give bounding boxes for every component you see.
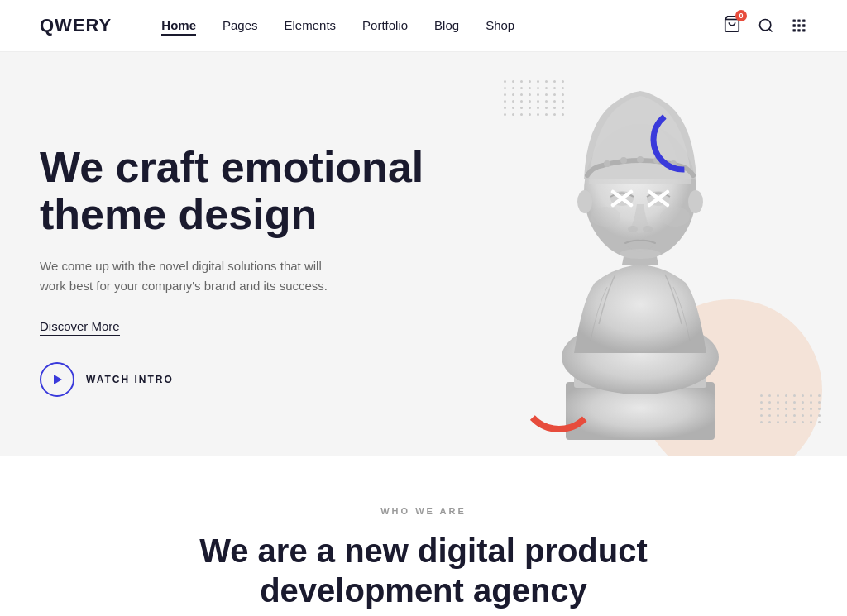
nav-item-pages[interactable]: Pages [223, 18, 258, 33]
hero-subtitle: We come up with the novel digital soluti… [40, 256, 346, 296]
hero-title: We craft emotional theme design [40, 144, 453, 238]
brand-logo[interactable]: QWERY [40, 15, 112, 36]
svg-point-29 [628, 226, 638, 232]
nav-item-portfolio[interactable]: Portfolio [362, 18, 408, 33]
svg-point-20 [637, 156, 644, 163]
svg-rect-10 [797, 29, 800, 31]
svg-point-12 [653, 110, 713, 170]
watch-intro-button[interactable]: WATCH INTRO [40, 362, 174, 397]
cart-button[interactable]: 0 [723, 15, 741, 36]
svg-rect-11 [802, 29, 805, 31]
navbar: QWERY Home Pages Elements Portfolio Blog… [0, 0, 847, 51]
discover-more-link[interactable]: Discover More [40, 319, 120, 336]
svg-point-18 [604, 160, 610, 167]
nav-actions: 0 [723, 15, 807, 36]
nav-item-home[interactable]: Home [161, 18, 196, 33]
red-arc-decoration [516, 350, 603, 440]
nav-item-elements[interactable]: Elements [285, 18, 337, 33]
search-button[interactable] [758, 17, 774, 34]
svg-point-32 [577, 190, 592, 213]
svg-point-1 [760, 20, 771, 31]
grid-menu-button[interactable] [791, 17, 807, 34]
svg-line-2 [769, 29, 773, 32]
svg-rect-5 [802, 20, 805, 22]
svg-rect-9 [793, 29, 796, 31]
svg-point-19 [620, 157, 627, 164]
cart-badge: 0 [735, 10, 747, 21]
play-circle-icon [40, 362, 74, 397]
hero-content: We craft emotional theme design We come … [40, 144, 453, 397]
svg-point-13 [523, 356, 596, 429]
who-section: WHO WE ARE We are a new digital product … [0, 456, 847, 616]
who-title: We are a new digital product development… [175, 531, 672, 610]
svg-rect-7 [797, 24, 800, 26]
nav-item-shop[interactable]: Shop [486, 18, 514, 33]
blue-ring-decoration [648, 105, 719, 179]
svg-point-35 [660, 207, 690, 227]
who-eyebrow: WHO WE ARE [40, 506, 807, 516]
svg-rect-8 [802, 24, 805, 26]
watch-intro-label: WATCH INTRO [86, 374, 174, 385]
svg-point-30 [643, 226, 653, 232]
svg-rect-3 [793, 20, 796, 22]
svg-point-34 [591, 207, 620, 227]
hero-section: We craft emotional theme design We come … [0, 51, 847, 456]
svg-rect-4 [797, 20, 800, 22]
nav-item-blog[interactable]: Blog [434, 18, 459, 33]
svg-point-33 [688, 190, 703, 213]
svg-point-31 [620, 249, 661, 259]
svg-rect-6 [793, 24, 796, 26]
play-triangle-icon [54, 375, 62, 384]
